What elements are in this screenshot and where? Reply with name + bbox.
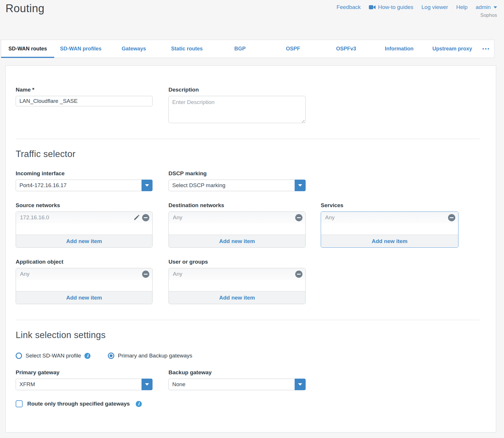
tab-bgp[interactable]: BGP xyxy=(213,40,266,58)
radio-selected-icon[interactable] xyxy=(108,353,114,359)
list-item: Any xyxy=(16,268,152,280)
info-icon[interactable] xyxy=(136,401,142,407)
list-empty-area xyxy=(16,280,152,291)
application-object-label: Application object xyxy=(16,259,153,265)
incoming-interface-label: Incoming interface xyxy=(16,170,153,177)
edit-pencil-icon[interactable] xyxy=(133,214,140,221)
description-label: Description xyxy=(168,87,306,93)
add-new-item-button[interactable]: Add new item xyxy=(169,291,305,304)
name-label: Name * xyxy=(16,87,153,93)
source-networks-list: 172.16.16.0 Add new item xyxy=(16,211,153,248)
tab-bar: SD-WAN routesSD-WAN profilesGatewaysStat… xyxy=(1,40,494,58)
tab-upstream-proxy[interactable]: Upstream proxy xyxy=(426,40,479,58)
info-icon[interactable] xyxy=(84,353,90,359)
add-new-item-button[interactable]: Add new item xyxy=(16,235,152,247)
route-only-checkbox[interactable] xyxy=(16,400,23,407)
section-divider xyxy=(16,139,480,139)
video-camera-icon xyxy=(369,5,376,10)
route-editor-card: Name * Description Traffic selector Inco… xyxy=(6,65,496,432)
list-item-value: 172.16.16.0 xyxy=(20,214,49,221)
list-item-value: Any xyxy=(325,214,335,221)
page-title: Routing xyxy=(6,2,44,15)
application-object-list: Any Add new item xyxy=(16,268,153,304)
name-input[interactable] xyxy=(16,96,153,106)
list-item: Any xyxy=(169,212,305,223)
services-list: Any Add new item xyxy=(321,211,458,248)
dropdown-arrow-button[interactable] xyxy=(142,180,153,191)
list-item: Any xyxy=(169,268,305,280)
list-item: 172.16.16.0 xyxy=(16,212,152,223)
add-new-item-button[interactable]: Add new item xyxy=(321,235,458,247)
add-new-item-button[interactable]: Add new item xyxy=(16,291,152,304)
incoming-interface-value: Port4-172.16.16.17 xyxy=(16,182,142,189)
more-tabs-button[interactable]: ••• xyxy=(482,40,490,58)
remove-item-icon[interactable] xyxy=(295,214,302,221)
tab-information[interactable]: Information xyxy=(373,40,426,58)
user-or-groups-label: User or groups xyxy=(168,259,306,265)
remove-item-icon[interactable] xyxy=(142,214,149,221)
services-label: Services xyxy=(321,202,458,209)
primary-gateway-select[interactable]: XFRM xyxy=(16,379,153,390)
traffic-selector-heading: Traffic selector xyxy=(16,149,485,159)
list-empty-area xyxy=(16,223,152,235)
add-new-item-button[interactable]: Add new item xyxy=(169,235,305,247)
sdwan-profile-radio-label: Select SD-WAN profile xyxy=(26,353,81,359)
tab-ospfv3[interactable]: OSPFv3 xyxy=(320,40,373,58)
log-viewer-link[interactable]: Log viewer xyxy=(421,4,448,10)
required-mark: * xyxy=(32,87,34,93)
dscp-marking-label: DSCP marking xyxy=(168,170,306,177)
list-item: Any xyxy=(321,212,458,223)
link-selection-heading: Link selection settings xyxy=(16,330,485,340)
primary-backup-radio-label: Primary and Backup gateways xyxy=(118,353,192,359)
source-networks-label: Source networks xyxy=(16,202,153,209)
remove-item-icon[interactable] xyxy=(142,271,149,278)
list-empty-area xyxy=(169,280,305,291)
list-item-value: Any xyxy=(20,271,30,277)
chevron-down-icon xyxy=(494,6,497,8)
howto-guides-label: How-to guides xyxy=(378,4,413,10)
dropdown-arrow-button[interactable] xyxy=(295,379,306,390)
remove-item-icon[interactable] xyxy=(448,214,455,221)
top-navigation: Feedback How-to guides Log viewer Help a… xyxy=(336,4,497,18)
remove-item-icon[interactable] xyxy=(295,271,302,278)
dropdown-arrow-button[interactable] xyxy=(295,180,306,191)
tab-ospf[interactable]: OSPF xyxy=(266,40,320,58)
route-only-checkbox-label: Route only through specified gateways xyxy=(27,401,130,407)
tab-sd-wan-routes[interactable]: SD-WAN routes xyxy=(1,40,54,58)
description-textarea[interactable] xyxy=(168,96,306,123)
list-empty-area xyxy=(321,223,458,235)
backup-gateway-label: Backup gateway xyxy=(168,369,306,376)
user-or-groups-list: Any Add new item xyxy=(168,268,306,304)
help-link[interactable]: Help xyxy=(456,4,467,10)
radio-unselected-icon[interactable] xyxy=(16,353,22,359)
tab-gateways[interactable]: Gateways xyxy=(107,40,160,58)
list-item-value: Any xyxy=(173,214,182,221)
dropdown-arrow-button[interactable] xyxy=(142,379,153,390)
dscp-marking-value: Select DSCP marking xyxy=(169,182,295,189)
primary-backup-radio-option[interactable]: Primary and Backup gateways xyxy=(108,353,192,359)
backup-gateway-select[interactable]: None xyxy=(168,379,306,390)
primary-gateway-label: Primary gateway xyxy=(16,369,153,376)
page-header: Routing Feedback How-to guides Log viewe… xyxy=(0,0,504,40)
brand-label: Sophos xyxy=(480,12,497,18)
tab-static-routes[interactable]: Static routes xyxy=(160,40,213,58)
admin-menu[interactable]: admin xyxy=(476,4,497,10)
backup-gateway-value: None xyxy=(169,381,295,388)
dscp-marking-select[interactable]: Select DSCP marking xyxy=(168,180,306,191)
howto-guides-link[interactable]: How-to guides xyxy=(369,4,413,10)
destination-networks-list: Any Add new item xyxy=(168,211,306,248)
list-item-value: Any xyxy=(173,271,182,277)
sdwan-profile-radio-option[interactable]: Select SD-WAN profile xyxy=(16,353,90,359)
tab-sd-wan-profiles[interactable]: SD-WAN profiles xyxy=(54,40,107,58)
incoming-interface-select[interactable]: Port4-172.16.16.17 xyxy=(16,180,153,191)
feedback-link[interactable]: Feedback xyxy=(336,4,360,10)
admin-menu-label: admin xyxy=(476,4,491,10)
list-empty-area xyxy=(169,223,305,235)
primary-gateway-value: XFRM xyxy=(16,381,142,388)
destination-networks-label: Destination networks xyxy=(168,202,306,209)
section-divider xyxy=(16,320,480,320)
